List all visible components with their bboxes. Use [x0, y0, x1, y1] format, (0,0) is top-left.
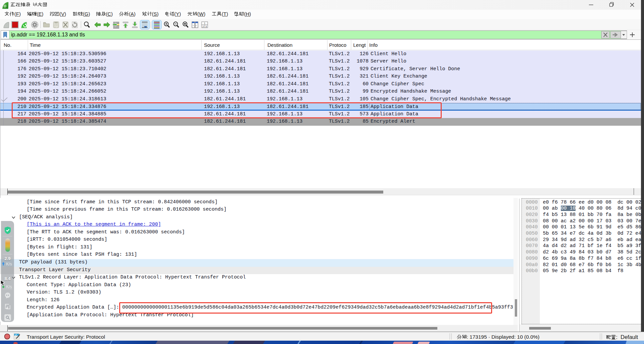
svg-text:1: 1: [204, 22, 205, 24]
svg-text:3: 3: [206, 25, 207, 28]
svg-text:2: 2: [203, 25, 204, 28]
